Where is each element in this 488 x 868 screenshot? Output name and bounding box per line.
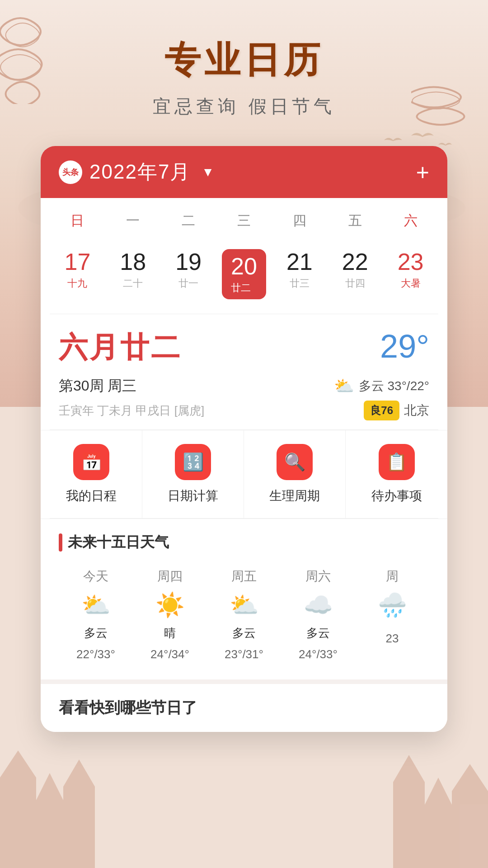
date-details-row: 第30周 周三 ⛅ 多云 33°/22° — [41, 376, 447, 401]
func-item-2[interactable]: 🔍生理周期 — [244, 430, 346, 518]
svg-marker-11 — [63, 760, 95, 787]
aqi-badge: 良76 — [364, 401, 399, 420]
weather-day-temp-0: 22°/33° — [76, 647, 115, 661]
calendar-month: 2022年7月 — [89, 159, 191, 185]
weather-section-title: 未来十五日天气 — [59, 533, 429, 552]
weather-day-label-1: 周四 — [157, 568, 183, 585]
weather-current-info: ⛅ 多云 33°/22° — [334, 377, 429, 396]
func-label-0: 我的日程 — [66, 487, 117, 505]
logo-text: 头条 — [62, 167, 79, 178]
weather-icon: ⛅ — [334, 377, 354, 396]
dropdown-arrow-icon[interactable]: ▼ — [202, 165, 214, 179]
weather-day-2: 周五⛅多云23°/31° — [207, 563, 281, 666]
date-num-17: 17 — [65, 249, 91, 275]
svg-rect-6 — [0, 778, 36, 868]
weather-section-title-text: 未来十五日天气 — [68, 533, 169, 552]
app-title: 专业日历 — [164, 36, 324, 85]
func-label-1: 日期计算 — [168, 487, 218, 505]
date-cell-20[interactable]: 20廿二 — [216, 244, 272, 305]
ganzhi-text: 壬寅年 丁未月 甲戌日 [属虎] — [59, 403, 204, 419]
date-num-23: 23 — [398, 249, 424, 275]
week-day-一: 一 — [105, 207, 161, 235]
week-day-二: 二 — [161, 207, 216, 235]
svg-rect-7 — [36, 800, 63, 868]
week-day-三: 三 — [216, 207, 272, 235]
date-cell-19[interactable]: 19廿一 — [161, 244, 216, 305]
weather-day-label-0: 今天 — [83, 568, 108, 585]
date-num-19: 19 — [175, 249, 202, 275]
date-num-22: 22 — [342, 249, 368, 275]
date-lunar-20: 廿二 — [231, 281, 257, 295]
add-event-button[interactable]: + — [416, 161, 429, 184]
date-row: 17十九18二十19廿一20廿二21廿三22廿四23大暑 — [41, 239, 447, 314]
weather-day-label-4: 周 — [386, 568, 399, 585]
week-days-row: 日一二三四五六 — [41, 198, 447, 239]
func-icon-0: 📅 — [73, 444, 109, 480]
date-lunar-17: 十九 — [67, 277, 87, 290]
temperature-display: 29° — [380, 328, 429, 365]
calendar-card: 头条 2022年7月 ▼ + 日一二三四五六 17十九18二十19廿一20廿二2… — [41, 146, 447, 732]
weather-day-temp-3: 24°/33° — [299, 647, 338, 661]
weather-day-label-2: 周五 — [231, 568, 257, 585]
date-lunar-18: 二十 — [123, 277, 143, 290]
function-grid: 📅我的日程🔢日期计算🔍生理周期📋待办事项 — [41, 430, 447, 518]
toutiao-logo: 头条 — [59, 160, 82, 184]
date-lunar-22: 廿四 — [345, 277, 365, 290]
weather-day-desc-0: 多云 — [84, 625, 108, 641]
week-day-六: 六 — [383, 207, 438, 235]
weather-day-temp-2: 23°/31° — [225, 647, 263, 661]
func-label-2: 生理周期 — [269, 487, 320, 505]
week-day-日: 日 — [50, 207, 105, 235]
date-cell-21[interactable]: 21廿三 — [272, 244, 327, 305]
date-cell-22[interactable]: 22廿四 — [327, 244, 383, 305]
date-lunar-21: 廿三 — [290, 277, 310, 290]
main-content: 专业日历 宜忌查询 假日节气 头条 2022年7月 ▼ + 日一二三四五六 17… — [0, 0, 488, 732]
svg-marker-15 — [393, 755, 425, 782]
today-circle: 20廿二 — [222, 249, 266, 299]
weather-day-4: 周🌧️23 — [355, 563, 429, 666]
svg-rect-8 — [63, 787, 95, 868]
weather-day-desc-3: 多云 — [306, 625, 330, 641]
weather-day-label-3: 周六 — [305, 568, 331, 585]
aqi-city-row: 良76 北京 — [364, 401, 429, 420]
func-item-3[interactable]: 📋待办事项 — [346, 430, 447, 518]
bottom-title-text: 看看快到哪些节日了 — [59, 698, 429, 718]
func-icon-3: 📋 — [379, 444, 415, 480]
weather-forecast-section: 未来十五日天气 今天⛅多云22°/33°周四☀️晴24°/34°周五⛅多云23°… — [41, 519, 447, 679]
section-title-bar — [59, 533, 62, 552]
func-item-1[interactable]: 🔢日期计算 — [142, 430, 244, 518]
week-info-text: 第30周 周三 — [59, 376, 136, 396]
func-label-3: 待办事项 — [371, 487, 422, 505]
date-num-18: 18 — [120, 249, 146, 275]
weather-day-icon-3: ☁️ — [304, 591, 333, 619]
date-info-section: 六月廿二 29° — [41, 314, 447, 376]
weather-day-icon-0: ⛅ — [81, 591, 111, 619]
app-subtitle: 宜忌查询 假日节气 — [153, 94, 335, 119]
weather-day-0: 今天⛅多云22°/33° — [59, 563, 133, 666]
ganzhi-row: 壬寅年 丁未月 甲戌日 [属虎] 良76 北京 — [41, 401, 447, 429]
func-icon-1: 🔢 — [175, 444, 211, 480]
date-cell-23[interactable]: 23大暑 — [383, 244, 438, 305]
lunar-date: 六月廿二 — [59, 328, 182, 367]
date-lunar-23: 大暑 — [401, 277, 421, 290]
svg-marker-17 — [452, 764, 488, 791]
weather-current-text: 多云 33°/22° — [359, 377, 429, 395]
week-day-四: 四 — [272, 207, 327, 235]
calendar-header: 头条 2022年7月 ▼ + — [41, 146, 447, 198]
svg-rect-12 — [393, 782, 425, 868]
func-item-0[interactable]: 📅我的日程 — [41, 430, 142, 518]
city-text: 北京 — [404, 402, 429, 419]
weather-day-temp-4: 23 — [386, 632, 399, 646]
svg-marker-16 — [425, 778, 452, 805]
weather-day-desc-1: 晴 — [164, 625, 176, 641]
weather-day-1: 周四☀️晴24°/34° — [133, 563, 207, 666]
date-num-21: 21 — [286, 249, 313, 275]
weather-day-icon-1: ☀️ — [155, 591, 185, 619]
date-cell-18[interactable]: 18二十 — [105, 244, 161, 305]
svg-rect-14 — [452, 791, 488, 868]
weather-day-temp-1: 24°/34° — [150, 647, 189, 661]
date-lunar-19: 廿一 — [178, 277, 198, 290]
weather-day-3: 周六☁️多云24°/33° — [281, 563, 355, 666]
bottom-section: 看看快到哪些节日了 — [41, 679, 447, 732]
date-cell-17[interactable]: 17十九 — [50, 244, 105, 305]
